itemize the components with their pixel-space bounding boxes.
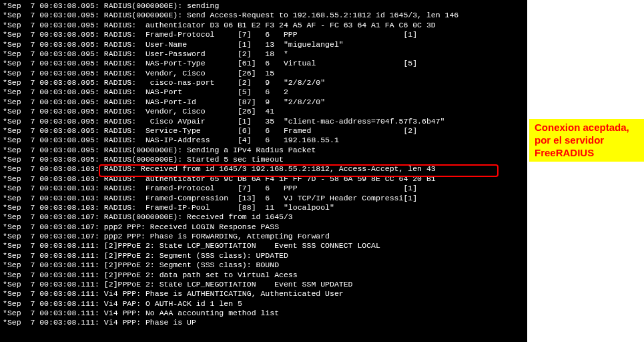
log-line: *Sep 7 00:03:08.111: Vi4 PPP: Phase is A…: [3, 289, 530, 299]
callout-line1: Conexion aceptada,: [535, 122, 629, 133]
right-background: [527, 0, 644, 342]
log-line: *Sep 7 00:03:08.095: RADIUS: NAS-Port-Id…: [3, 98, 530, 107]
log-line: *Sep 7 00:03:08.103: RADIUS: authenticat…: [3, 174, 530, 184]
log-line: *Sep 7 00:03:08.111: [2]PPPoE 2: data pa…: [3, 271, 530, 280]
log-line: *Sep 7 00:03:08.111: [2]PPPoE 2: State L…: [3, 280, 530, 289]
log-line: *Sep 7 00:03:08.095: RADIUS: Cisco AVpai…: [3, 117, 530, 126]
callout-line2: por el servidor FreeRADIUS: [535, 134, 604, 158]
log-line: *Sep 7 00:03:08.111: Vi4 PPP: Phase is U…: [3, 318, 530, 327]
log-line: *Sep 7 00:03:08.111: [2]PPPoE 2: Segment…: [3, 251, 530, 261]
log-line: *Sep 7 00:03:08.095: RADIUS: authenticat…: [3, 21, 530, 30]
log-line: *Sep 7 00:03:08.111: [2]PPPoE 2: Segment…: [3, 261, 530, 270]
log-line: *Sep 7 00:03:08.095: RADIUS(0000000E): S…: [3, 146, 530, 155]
log-line: *Sep 7 00:03:08.107: RADIUS(0000000E): R…: [3, 212, 530, 222]
log-line: *Sep 7 00:03:08.095: RADIUS: Service-Typ…: [3, 126, 530, 136]
log-line: *Sep 7 00:03:08.107: ppp2 PPP: Received …: [3, 222, 530, 232]
log-line: *Sep 7 00:03:08.095: RADIUS: NAS-Port [5…: [3, 88, 530, 97]
log-line: *Sep 7 00:03:08.103: RADIUS: Framed-IP-P…: [3, 203, 530, 212]
log-line: *Sep 7 00:03:08.103: RADIUS: Framed-Comp…: [3, 194, 530, 203]
log-line: *Sep 7 00:03:08.095: RADIUS: Vendor, Cis…: [3, 69, 530, 78]
log-line: *Sep 7 00:03:08.095: RADIUS: NAS-IP-Addr…: [3, 136, 530, 145]
log-line: *Sep 7 00:03:08.103: RADIUS: Framed-Prot…: [3, 184, 530, 193]
terminal-output: *Sep 7 00:03:08.095: RADIUS(0000000E): s…: [0, 0, 533, 329]
callout-label: Conexion aceptada, por el servidor FreeR…: [529, 119, 644, 162]
log-line: *Sep 7 00:03:08.095: RADIUS(0000000E): s…: [3, 1, 530, 11]
log-line: *Sep 7 00:03:08.095: RADIUS: User-Name […: [3, 40, 530, 49]
log-line: *Sep 7 00:03:08.111: Vi4 PAP: O AUTH-ACK…: [3, 299, 530, 309]
log-line: *Sep 7 00:03:08.095: RADIUS: Framed-Prot…: [3, 30, 530, 39]
log-line: *Sep 7 00:03:08.095: RADIUS: NAS-Port-Ty…: [3, 59, 530, 68]
log-line: *Sep 7 00:03:08.095: RADIUS: Vendor, Cis…: [3, 107, 530, 116]
log-line: *Sep 7 00:03:08.095: RADIUS: cisco-nas-p…: [3, 78, 530, 88]
log-line: *Sep 7 00:03:08.103: RADIUS: Received fr…: [3, 164, 530, 174]
log-line: *Sep 7 00:03:08.111: Vi4 PPP: No AAA acc…: [3, 309, 530, 318]
log-line: *Sep 7 00:03:08.107: ppp2 PPP: Phase is …: [3, 232, 530, 241]
log-line: *Sep 7 00:03:08.095: RADIUS(0000000E): S…: [3, 11, 530, 20]
log-line: *Sep 7 00:03:08.095: RADIUS: User-Passwo…: [3, 49, 530, 59]
log-line: *Sep 7 00:03:08.111: [2]PPPoE 2: State L…: [3, 241, 530, 250]
log-line: *Sep 7 00:03:08.095: RADIUS(0000000E): S…: [3, 155, 530, 164]
